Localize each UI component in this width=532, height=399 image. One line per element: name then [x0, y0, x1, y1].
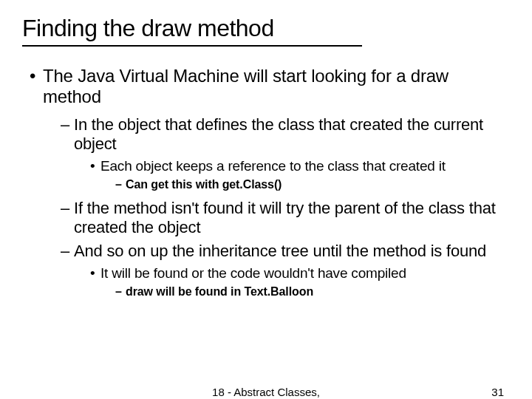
bullet-icon: • — [90, 265, 100, 282]
bullet-text: Can get this with get.Class() — [126, 178, 282, 191]
dash-icon: – — [115, 177, 126, 191]
bullet-level4: –draw will be found in Text.Balloon — [22, 284, 510, 299]
page-number: 31 — [491, 386, 504, 398]
bullet-level2: –If the method isn't found it will try t… — [22, 199, 510, 237]
title-underline — [22, 45, 362, 47]
bullet-level3: •It will be found or the code wouldn't h… — [22, 265, 510, 282]
bullet-icon: • — [30, 66, 43, 86]
bullet-level3: •Each object keeps a reference to the cl… — [22, 158, 510, 174]
dash-icon: – — [61, 115, 74, 134]
bullet-level2: –In the object that defines the class th… — [22, 115, 510, 154]
bullet-text: The Java Virtual Machine will start look… — [43, 66, 449, 106]
dash-icon: – — [115, 284, 126, 299]
bullet-text: Each object keeps a reference to the cla… — [100, 158, 446, 174]
bullet-level4: –Can get this with get.Class() — [22, 177, 510, 191]
bullet-text: And so on up the inheritance tree until … — [74, 242, 486, 260]
slide: Finding the draw method •The Java Virtua… — [0, 0, 532, 399]
bullet-text: If the method isn't found it will try th… — [74, 199, 496, 236]
bullet-text: In the object that defines the class tha… — [74, 115, 483, 153]
bullet-level1: •The Java Virtual Machine will start loo… — [22, 66, 510, 108]
dash-icon: – — [61, 242, 74, 261]
slide-title: Finding the draw method — [22, 15, 510, 42]
bullet-level2: –And so on up the inheritance tree until… — [22, 242, 510, 261]
bullet-icon: • — [90, 158, 100, 174]
bullet-text: draw will be found in Text.Balloon — [126, 285, 313, 298]
bullet-text: It will be found or the code wouldn't ha… — [100, 265, 406, 281]
footer-center-text: 18 - Abstract Classes, Polymorphism, and… — [190, 386, 343, 399]
dash-icon: – — [61, 199, 74, 218]
